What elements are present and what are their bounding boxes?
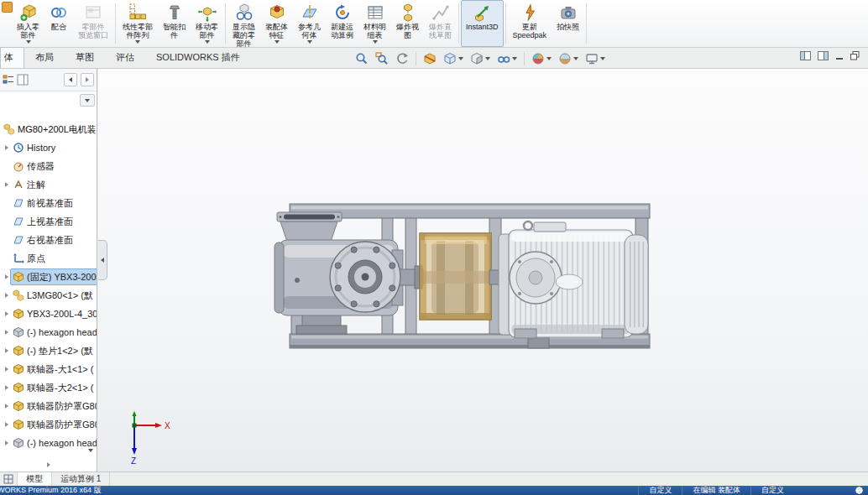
- tree-item-hexagon-head-1[interactable]: (-) hexagon head: [0, 323, 97, 341]
- tree-scroll-down-icon[interactable]: [88, 449, 93, 452]
- tab-evaluate[interactable]: 评估: [105, 47, 145, 68]
- tab-motion-study-1[interactable]: 运动算例 1: [52, 472, 110, 486]
- minimize-icon[interactable]: [835, 52, 844, 60]
- tab-label: 评估: [116, 52, 134, 62]
- expand-arrow-icon[interactable]: [5, 311, 8, 316]
- tree-item-coupling-large-2[interactable]: 联轴器-大2<1> (: [0, 378, 97, 397]
- expand-arrow-icon[interactable]: [5, 182, 8, 187]
- status-custom[interactable]: 自定义: [750, 486, 794, 495]
- assembly-icon: [3, 123, 15, 135]
- coupling-guard[interactable]: [420, 233, 491, 320]
- tree-item-origin[interactable]: 原点: [0, 249, 97, 268]
- restore-icon[interactable]: [850, 51, 860, 60]
- tree-item-coupling-guard-g80-2[interactable]: 联轴器防护罩G80: [0, 415, 97, 434]
- tree-item-sensors[interactable]: 传感器: [0, 157, 97, 175]
- tab-label: 运动算例 1: [60, 473, 101, 485]
- tree-item-coupling-large-1[interactable]: 联轴器-大1<1> (: [0, 360, 97, 378]
- tab-layout[interactable]: 布局: [24, 47, 65, 68]
- tab-scroll-icon[interactable]: [0, 472, 18, 486]
- tree-root-assembly[interactable]: MG80+200L电机装: [0, 120, 97, 138]
- status-units[interactable]: 自定义: [638, 486, 682, 495]
- panel-back-button[interactable]: [64, 73, 77, 86]
- dropdown-caret-icon: [135, 40, 140, 44]
- view-orientation-button[interactable]: [441, 50, 466, 67]
- expand-arrow-icon[interactable]: [5, 348, 8, 353]
- zoom-fit-button[interactable]: [353, 50, 371, 67]
- section-view-button[interactable]: [421, 50, 439, 67]
- toolbar-button-component-preview-window[interactable]: 零部件 预览窗口: [73, 0, 113, 47]
- zoom-area-button[interactable]: [373, 50, 391, 67]
- tab-model[interactable]: 模型: [18, 472, 52, 486]
- toolbar-button-instant3d[interactable]: Instant3D: [461, 0, 504, 47]
- tab-sketch[interactable]: 草图: [65, 47, 105, 68]
- toolbar-button-move-component[interactable]: 移动零 部件: [191, 0, 223, 47]
- viewport-3d-canvas[interactable]: X Z: [98, 69, 868, 472]
- expand-arrow-icon[interactable]: [5, 330, 8, 335]
- collapse-right-pane-button[interactable]: [818, 51, 829, 60]
- panel-forward-button[interactable]: [81, 73, 94, 86]
- expand-arrow-icon[interactable]: [5, 274, 8, 279]
- toolbar-button-take-snapshot[interactable]: 拍快照: [552, 0, 584, 47]
- toolbar-button-bill-of-materials[interactable]: 材料明 细表: [358, 0, 391, 47]
- tab-label: SOLIDWORKS 插件: [156, 52, 240, 62]
- tree-item-annotations[interactable]: 注解: [0, 175, 97, 194]
- toolbar-button-linear-component-pattern[interactable]: 线性零部 件阵列: [118, 0, 158, 47]
- featuremanager-tree-icon[interactable]: [3, 74, 14, 86]
- toolbar-button-update-speedpak[interactable]: 更新 Speedpak: [508, 0, 552, 47]
- toolbar-button-smart-fasteners[interactable]: 智能扣 件: [158, 0, 191, 47]
- expand-arrow-icon[interactable]: [5, 145, 8, 150]
- tree-item-label: 前视基准面: [27, 197, 73, 210]
- toolbar-button-exploded-view[interactable]: 爆炸视 图: [391, 0, 424, 47]
- tree-item-front-plane[interactable]: 前视基准面: [0, 194, 97, 212]
- panel-collapse-handle[interactable]: [98, 240, 107, 280]
- toolbar-button-mate[interactable]: 配合: [44, 0, 73, 47]
- toolbar-button-insert-component[interactable]: 插入零 部件: [12, 0, 44, 47]
- previous-view-button[interactable]: [393, 50, 411, 67]
- part-icon: [13, 271, 24, 283]
- tree-item-top-plane[interactable]: 上视基准面: [0, 212, 97, 231]
- hide-show-items-button[interactable]: [494, 50, 520, 67]
- toolbar-button-show-hidden-components[interactable]: 显示隐 藏的零 部件: [227, 0, 260, 47]
- apply-scene-button[interactable]: [556, 50, 581, 67]
- tab-solidworks-addins[interactable]: SOLIDWORKS 插件: [145, 47, 251, 68]
- reference-geometry-icon: [301, 3, 319, 22]
- view-settings-button[interactable]: [583, 50, 608, 67]
- tree-item-label: 联轴器-大1<1> (: [27, 363, 93, 376]
- status-editing-mode: 在编辑 装配体: [682, 486, 750, 495]
- tree-item-washer-1[interactable]: (-) 垫片1<2> (默: [0, 341, 97, 360]
- toolbar-button-label: 智能扣 件: [163, 23, 186, 39]
- expand-arrow-icon[interactable]: [5, 385, 8, 390]
- triad-z-label: Z: [131, 456, 136, 466]
- toolbar-button-reference-geometry[interactable]: 参考几 何体: [293, 0, 326, 47]
- feature-tree: MG80+200L电机装 History 传感器 注解: [0, 108, 97, 472]
- view-settings-icon: [585, 52, 599, 65]
- pump[interactable]: [275, 212, 423, 334]
- expand-arrow-icon[interactable]: [5, 293, 8, 298]
- expand-arrow-icon[interactable]: [5, 440, 8, 446]
- toolbar-button-explode-line-sketch[interactable]: 爆炸直 线草图: [424, 0, 457, 47]
- toolbar-button-assembly-features[interactable]: 装配体 特征: [260, 0, 293, 47]
- display-style-button[interactable]: [468, 50, 493, 67]
- panel-flyout-button[interactable]: [80, 94, 95, 107]
- previous-view-icon: [395, 52, 409, 65]
- motor[interactable]: [489, 221, 648, 348]
- graphics-viewport[interactable]: X Z: [98, 69, 868, 472]
- display-pane-icon[interactable]: [17, 74, 29, 86]
- tree-item-fixed-ybx3-200l[interactable]: (固定) YBX3-200L: [0, 268, 97, 286]
- expand-arrow-icon[interactable]: [5, 422, 8, 427]
- tab-assembly[interactable]: 体: [0, 47, 24, 68]
- expand-arrow-icon[interactable]: [5, 404, 8, 409]
- tree-item-l3mg80[interactable]: L3MG80<1> (默: [0, 286, 97, 305]
- tree-item-ybx3-200l-4-30[interactable]: YBX3-200L-4_30: [0, 305, 97, 323]
- tree-item-hexagon-head-2[interactable]: (-) hexagon head: [0, 434, 97, 452]
- expand-arrow-icon[interactable]: [5, 367, 8, 372]
- tree-item-history[interactable]: History: [0, 138, 97, 157]
- tree-item-coupling-guard-g80-1[interactable]: 联轴器防护罩G80: [0, 397, 97, 415]
- origin-icon: [13, 253, 24, 264]
- toolbar-button-new-motion-study[interactable]: 新建运 动算例: [326, 0, 358, 47]
- tree-scroll-right-icon[interactable]: [47, 462, 50, 467]
- apply-scene-icon: [558, 52, 572, 65]
- edit-appearance-button[interactable]: [529, 50, 554, 67]
- tree-item-right-plane[interactable]: 右视基准面: [0, 231, 97, 249]
- collapse-left-pane-button[interactable]: [800, 51, 811, 60]
